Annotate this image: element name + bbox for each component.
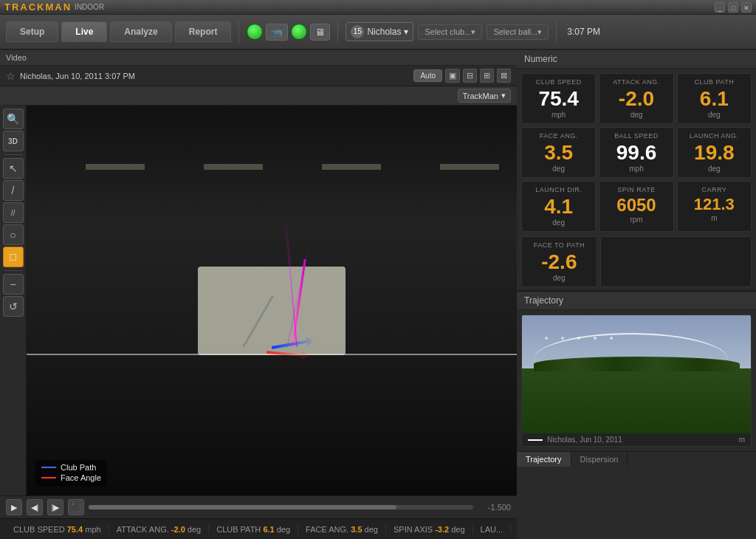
video-section-header: Video bbox=[0, 50, 517, 66]
camera-selector[interactable]: TrackMan ▾ bbox=[458, 89, 512, 103]
metric-face-to-path: FACE TO PATH -2.6 deg bbox=[521, 236, 597, 287]
metric-launch-ang-value: 19.8 bbox=[684, 143, 745, 163]
trajectory-tabs: Trajectory Dispersion bbox=[517, 451, 756, 467]
user-selector[interactable]: 15 Nicholas ▾ bbox=[346, 22, 413, 41]
tool-line[interactable]: / bbox=[3, 180, 24, 201]
status-club-path-value: 6.1 bbox=[263, 525, 274, 534]
tool-separator-1 bbox=[4, 154, 22, 155]
status-more: LAU... bbox=[473, 525, 512, 534]
metric-ball-speed-label: BALL SPEED bbox=[605, 132, 667, 140]
trajectory-header: Trajectory bbox=[517, 292, 756, 310]
user-badge: 15 bbox=[351, 25, 364, 38]
status-club-path: CLUB PATH 6.1 deg bbox=[209, 525, 298, 534]
tool-multiline[interactable]: // bbox=[3, 202, 24, 223]
camera-dropdown-icon: ▾ bbox=[501, 91, 506, 100]
media-controls: 📹 🖥 bbox=[247, 24, 330, 41]
tab-analyze[interactable]: Analyze bbox=[110, 21, 171, 42]
ball-selector[interactable]: Select ball... ▾ bbox=[487, 24, 549, 40]
restore-button[interactable]: □ bbox=[728, 2, 738, 13]
bottom-status-bar: CLUB SPEED 75.4 mph ATTACK ANG. -2.0 deg… bbox=[0, 518, 517, 539]
auto-button[interactable]: Auto bbox=[413, 69, 442, 82]
status-face-ang: FACE ANG. 3.5 deg bbox=[298, 525, 386, 534]
metric-launch-ang: LAUNCH ANG. 19.8 deg bbox=[677, 127, 752, 178]
session-label: Nicholas, Jun 10, 2011 3:07 PM bbox=[20, 72, 135, 80]
ball-dropdown-icon: ▾ bbox=[537, 27, 542, 37]
tool-minus[interactable]: − bbox=[3, 274, 24, 295]
tool-select[interactable]: ↖ bbox=[3, 158, 24, 179]
play-button[interactable]: ▶ bbox=[6, 499, 22, 515]
tab-trajectory[interactable]: Trajectory bbox=[517, 452, 571, 467]
metric-club-path-value: 6.1 bbox=[684, 89, 745, 109]
toolbar-separator-2 bbox=[337, 21, 338, 43]
minimize-button[interactable]: _ bbox=[715, 2, 725, 13]
metric-face-ang-value: 3.5 bbox=[528, 143, 589, 163]
video-area: 🔍 3D ↖ / // ○ □ − ↺ bbox=[0, 106, 517, 495]
app-subtitle: INDOOR bbox=[75, 3, 104, 11]
metric-carry-value: 121.3 bbox=[684, 196, 745, 213]
metric-attack-ang-value: -2.0 bbox=[605, 89, 667, 109]
metric-club-speed-label: CLUB SPEED bbox=[528, 78, 589, 86]
live-button[interactable] bbox=[291, 24, 307, 40]
tool-circle[interactable]: ○ bbox=[3, 224, 24, 245]
user-dropdown-icon: ▾ bbox=[404, 27, 408, 37]
tool-search[interactable]: 🔍 bbox=[3, 109, 24, 129]
club-selector[interactable]: Select club... ▾ bbox=[418, 24, 482, 40]
layout-quad-button[interactable]: ⊞ bbox=[480, 69, 494, 83]
close-button[interactable]: ✕ bbox=[741, 2, 752, 13]
tab-live[interactable]: Live bbox=[61, 21, 107, 42]
video-background: Club Path Face Angle bbox=[27, 106, 517, 495]
traj-dot-1 bbox=[545, 337, 548, 340]
video-toolbar-left: ☆ Nicholas, Jun 10, 2011 3:07 PM bbox=[6, 70, 135, 82]
metric-face-ang: FACE ANG. 3.5 deg bbox=[521, 127, 596, 178]
layout-single-button[interactable]: ▣ bbox=[445, 69, 460, 83]
tool-rectangle[interactable]: □ bbox=[3, 247, 24, 267]
tool-undo[interactable]: ↺ bbox=[3, 296, 24, 317]
metric-spin-rate-label: SPIN RATE bbox=[605, 186, 667, 193]
favorite-icon[interactable]: ☆ bbox=[6, 70, 16, 82]
toolbar: Setup Live Analyze Report 📹 🖥 15 Nichola… bbox=[0, 15, 756, 50]
metric-ball-speed-value: 99.6 bbox=[605, 143, 667, 163]
metric-ball-speed-unit: mph bbox=[605, 165, 667, 173]
metric-carry-label: CARRY bbox=[684, 186, 745, 193]
record-button[interactable] bbox=[247, 24, 263, 40]
tab-dispersion[interactable]: Dispersion bbox=[571, 452, 628, 467]
layout-split-button[interactable]: ⊟ bbox=[463, 69, 477, 83]
status-club-speed: CLUB SPEED 75.4 mph bbox=[6, 525, 109, 534]
playback-time: -1.500 bbox=[478, 503, 511, 512]
status-club-speed-value: 75.4 bbox=[67, 525, 83, 534]
toolbar-separator-3 bbox=[556, 21, 557, 43]
camera-name: TrackMan bbox=[463, 92, 499, 100]
metric-launch-dir-unit: deg bbox=[528, 219, 589, 227]
tab-setup[interactable]: Setup bbox=[6, 21, 58, 42]
step-forward-button[interactable]: |▶ bbox=[47, 499, 63, 515]
side-tools: 🔍 3D ↖ / // ○ □ − ↺ bbox=[0, 106, 27, 495]
traj-dot-5 bbox=[610, 337, 613, 340]
progress-track[interactable] bbox=[89, 505, 473, 509]
metric-spin-rate-value: 6050 bbox=[605, 196, 667, 214]
status-spin-axis: SPIN AXIS -3.2 deg bbox=[386, 525, 473, 534]
trajectory-canvas bbox=[522, 315, 751, 433]
trajectory-footer: Nicholas, Jun 10, 2011 m bbox=[522, 433, 751, 446]
legend-club-path-color bbox=[41, 467, 56, 468]
status-attack-ang-value: -2.0 bbox=[171, 525, 185, 534]
layout-multi-button[interactable]: ⊠ bbox=[497, 69, 511, 83]
ball-placeholder: Select ball... bbox=[493, 27, 537, 36]
legend-club-path: Club Path bbox=[41, 463, 101, 472]
camera-button[interactable]: 📹 bbox=[266, 24, 288, 41]
tab-report[interactable]: Report bbox=[175, 21, 232, 42]
metric-spin-rate-unit: rpm bbox=[605, 216, 667, 224]
face-to-path-row: FACE TO PATH -2.6 deg bbox=[517, 236, 756, 290]
metric-face-ang-unit: deg bbox=[528, 165, 589, 173]
legend-face-angle-color bbox=[41, 477, 56, 478]
status-attack-ang: ATTACK ANG. -2.0 deg bbox=[109, 525, 210, 534]
metric-attack-ang: ATTACK ANG. -2.0 deg bbox=[599, 73, 673, 124]
legend-face-angle: Face Angle bbox=[41, 473, 101, 482]
metric-club-path-label: CLUB PATH bbox=[684, 78, 745, 86]
video-legend: Club Path Face Angle bbox=[35, 460, 107, 487]
step-back-button[interactable]: ◀| bbox=[27, 499, 43, 515]
status-face-ang-value: 3.5 bbox=[351, 525, 362, 534]
club-dropdown-icon: ▾ bbox=[471, 27, 475, 37]
screen-button[interactable]: 🖥 bbox=[310, 24, 330, 41]
tool-3d[interactable]: 3D bbox=[3, 131, 24, 151]
snapshot-button[interactable]: ⬛ bbox=[68, 499, 84, 515]
